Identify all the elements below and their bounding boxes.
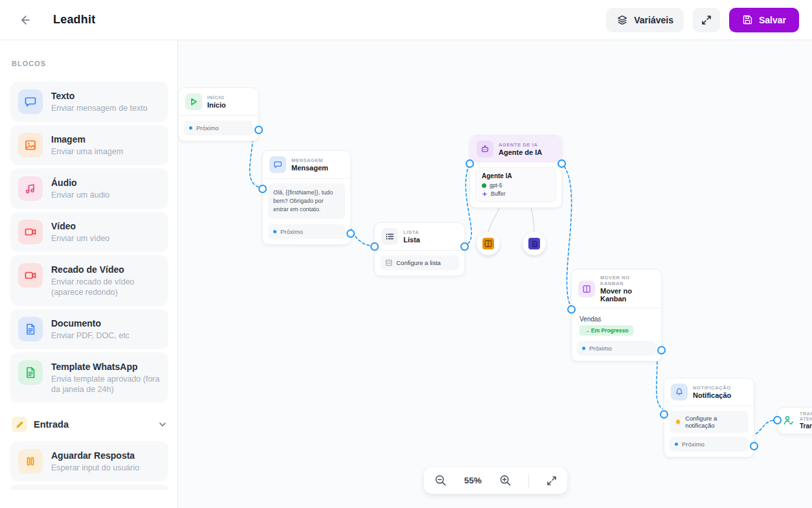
configure-notification-row[interactable]: Configure a notificação [670, 411, 749, 433]
output-handle-mensagem[interactable] [346, 229, 355, 238]
node-mensagem[interactable]: MENSAGEM Mensagem Olá, {{firstName}}, tu… [262, 150, 351, 245]
edge-agente-kanban [561, 163, 572, 306]
item-title: Imagem [51, 134, 123, 144]
configure-list-row[interactable]: Configure a lista [380, 255, 459, 270]
kanban-columns-icon [482, 238, 494, 249]
video-camera-icon [18, 263, 43, 288]
tool-node-document[interactable] [523, 232, 546, 255]
output-handle-kanban[interactable] [657, 346, 666, 354]
output-handle-notificacao[interactable] [750, 442, 758, 450]
item-desc: Enviar um vídeo [51, 233, 109, 244]
sidebar-item-recado-video[interactable]: Recado de VídeoEnviar recado de vídeo (a… [10, 255, 168, 306]
back-button[interactable] [16, 11, 34, 29]
node-title: Trans [800, 422, 812, 430]
node-lista[interactable]: LISTA Lista Configure a lista [374, 222, 465, 276]
node-transferir[interactable]: TRANS ATEND Trans [777, 407, 812, 434]
sidebar-item-video[interactable]: VídeoEnviar um vídeo [10, 212, 168, 252]
node-eyebrow: MENSAGEM [291, 157, 328, 163]
next-label: Próximo [280, 228, 303, 235]
item-desc: Enviar PDF, DOC, etc [51, 330, 130, 341]
next-label: Próximo [589, 345, 612, 352]
output-handle-agente[interactable] [558, 159, 566, 168]
node-eyebrow: NOTIFICAÇÃO [693, 385, 731, 391]
zoom-out-button[interactable] [434, 474, 447, 487]
agent-config-card[interactable]: Agente IA gpt-5 Buffer [475, 167, 556, 202]
person-check-icon [783, 415, 795, 426]
configure-list-label: Configure a lista [396, 259, 441, 266]
input-handle-mensagem[interactable] [258, 185, 267, 193]
item-title: Vídeo [51, 221, 109, 231]
agent-tool-row: Buffer [482, 190, 550, 197]
input-handle-transferir[interactable] [773, 416, 782, 424]
list-config-icon [385, 259, 392, 266]
video-camera-icon [18, 220, 43, 244]
agent-name: Agente IA [482, 172, 550, 179]
next-row: Próximo [670, 437, 749, 452]
input-handle-lista[interactable] [370, 242, 379, 251]
tool-node-kanban[interactable] [477, 232, 500, 255]
music-note-icon [18, 176, 43, 201]
save-button[interactable]: Salvar [729, 8, 799, 32]
node-eyebrow: INÍCIO [207, 95, 226, 100]
item-desc: Enviar mensagem de texto [51, 103, 148, 113]
variables-label: Variáveis [634, 15, 673, 25]
sidebar-item-template-whatsapp[interactable]: Template WhatsAppEnvia template aprovado… [10, 352, 168, 403]
node-mover-kanban[interactable]: MOVER NO KANBAN Mover no Kanban Vendas →… [571, 269, 662, 362]
variables-button[interactable]: Variáveis [606, 8, 684, 32]
chat-bubble-icon [18, 89, 43, 114]
expand-icon [547, 476, 557, 486]
port-dot [675, 443, 678, 446]
sidebar-item-partial[interactable] [10, 485, 168, 490]
model-status-dot [482, 183, 486, 188]
agent-tool: Buffer [491, 190, 506, 197]
node-title: Lista [403, 236, 420, 244]
node-eyebrow-line2: ATEND [800, 417, 812, 422]
next-label: Próximo [196, 124, 219, 132]
image-icon [18, 133, 43, 157]
node-inicio[interactable]: INÍCIO Início Próximo [178, 87, 259, 141]
robot-icon [477, 141, 493, 157]
fullscreen-button[interactable] [693, 8, 720, 32]
item-desc: Enviar uma imagem [51, 146, 123, 157]
sidebar-item-texto[interactable]: TextoEnviar mensagem de texto [10, 82, 168, 122]
chevron-down-icon [158, 420, 167, 429]
sidebar-item-imagem[interactable]: ImagemEnviar uma imagem [10, 125, 168, 165]
entrada-label: Entrada [34, 419, 69, 430]
kanban-target: Vendas → Em Progresso [577, 313, 656, 341]
layers-icon [616, 14, 628, 26]
flow-canvas[interactable]: INÍCIO Início Próximo MENSAGEM Mensagem [178, 40, 812, 508]
configure-notification-label: Configure a notificação [685, 415, 743, 429]
sidebar-item-audio[interactable]: ÁudioEnviar um áudio [10, 168, 168, 209]
item-title: Aguardar Resposta [51, 450, 139, 461]
sidebar-item-aguardar-resposta[interactable]: Aguardar RespostaEsperar input do usuári… [10, 441, 168, 481]
document-icon [18, 360, 43, 385]
zoom-out-icon [434, 474, 447, 487]
node-notificacao[interactable]: NOTIFICAÇÃO Notificação Configure a noti… [664, 378, 754, 457]
input-handle-notificacao[interactable] [660, 410, 668, 419]
sidebar-item-documento[interactable]: DocumentoEnviar PDF, DOC, etc [10, 309, 168, 349]
expand-icon [701, 15, 712, 25]
save-icon [742, 14, 753, 25]
zoom-toolbar: 55% [424, 467, 567, 494]
blocks-section-title: BLOCOS [12, 60, 168, 67]
topbar: Leadhit Variáveis Salvar [0, 0, 812, 40]
item-title: Recado de Vídeo [51, 264, 161, 275]
fit-view-button[interactable] [547, 476, 557, 486]
item-title: Documento [51, 318, 130, 329]
message-text: Olá, {{firstName}}, tudo bem? Obrigado p… [268, 183, 345, 219]
next-label: Próximo [682, 441, 705, 448]
input-handle-agente[interactable] [466, 159, 474, 168]
play-icon [185, 93, 202, 110]
output-handle-inicio[interactable] [254, 126, 263, 134]
zoom-in-button[interactable] [499, 474, 512, 487]
kanban-icon [578, 281, 595, 297]
arrow-left-icon [18, 14, 31, 27]
output-handle-lista[interactable] [460, 242, 469, 251]
blocks-sidebar: BLOCOS TextoEnviar mensagem de texto Ima… [0, 40, 178, 508]
chat-bubble-icon [269, 156, 286, 173]
page-title: Leadhit [53, 13, 95, 27]
sidebar-section-entrada[interactable]: Entrada [12, 417, 167, 432]
node-agente-ia[interactable]: AGENTE DE IA Agente de IA Agente IA gpt-… [469, 135, 562, 208]
document-icon [18, 317, 43, 341]
input-handle-kanban[interactable] [567, 305, 576, 314]
